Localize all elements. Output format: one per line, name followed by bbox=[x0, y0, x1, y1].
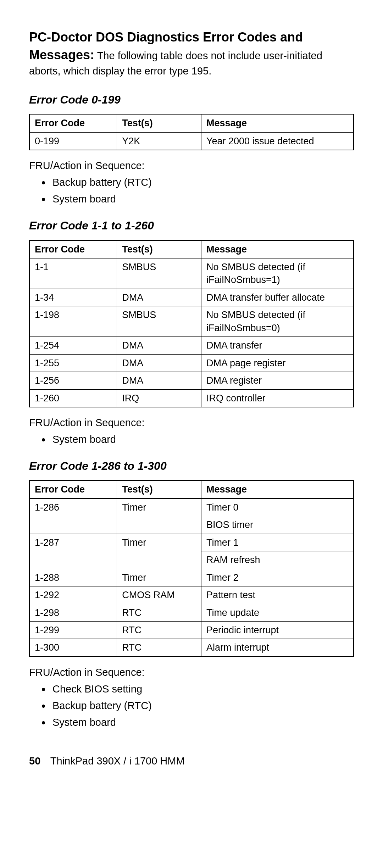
table-row: 1-256DMADMA register bbox=[29, 372, 354, 389]
th-code: Error Code bbox=[29, 114, 117, 132]
subheading-1-1: Error Code 1-1 to 1-260 bbox=[29, 218, 354, 233]
intro-block: PC-Doctor DOS Diagnostics Error Codes an… bbox=[29, 28, 354, 78]
table-0-199: Error Code Test(s) Message 0-199 Y2K Yea… bbox=[29, 114, 354, 150]
table-1-1: Error Code Test(s) Message 1-1SMBUSNo SM… bbox=[29, 240, 354, 407]
table-row: 1-300RTCAlarm interrupt bbox=[29, 639, 354, 657]
fru-label: FRU/Action in Sequence: bbox=[29, 666, 354, 679]
table-row: 1-34DMADMA transfer buffer allocate bbox=[29, 289, 354, 306]
th-tests: Test(s) bbox=[117, 114, 201, 132]
th-code: Error Code bbox=[29, 480, 117, 498]
list-item: System board bbox=[50, 192, 354, 206]
th-message: Message bbox=[201, 480, 354, 498]
table-row: 1-298RTCTime update bbox=[29, 604, 354, 621]
table-1-286: Error Code Test(s) Message 1-286 Timer T… bbox=[29, 480, 354, 657]
th-tests: Test(s) bbox=[117, 480, 201, 498]
table-row: 1-288TimerTimer 2 bbox=[29, 569, 354, 586]
list-item: Backup battery (RTC) bbox=[50, 699, 354, 713]
action-list: System board bbox=[29, 433, 354, 446]
list-item: Backup battery (RTC) bbox=[50, 176, 354, 189]
list-item: System board bbox=[50, 716, 354, 729]
page-number: 50 bbox=[29, 755, 40, 767]
list-item: Check BIOS setting bbox=[50, 682, 354, 696]
table-row: 1-254DMADMA transfer bbox=[29, 337, 354, 354]
table-row: 1-287 Timer Timer 1 bbox=[29, 534, 354, 551]
footer-title: ThinkPad 390X / i 1700 HMM bbox=[50, 755, 185, 767]
subheading-1-286: Error Code 1-286 to 1-300 bbox=[29, 458, 354, 474]
th-message: Message bbox=[201, 114, 354, 132]
table-row: 1-292CMOS RAMPattern test bbox=[29, 586, 354, 604]
action-list: Check BIOS setting Backup battery (RTC) … bbox=[29, 682, 354, 729]
table-row: 1-286 Timer Timer 0 bbox=[29, 499, 354, 516]
th-code: Error Code bbox=[29, 240, 117, 258]
table-row: 0-199 Y2K Year 2000 issue detected bbox=[29, 132, 354, 150]
table-row: 1-198SMBUSNo SMBUS detected (if iFailNoS… bbox=[29, 306, 354, 337]
table-row: 1-255DMADMA page register bbox=[29, 354, 354, 372]
table-row: 1-260IRQIRQ controller bbox=[29, 389, 354, 407]
fru-label: FRU/Action in Sequence: bbox=[29, 159, 354, 173]
subheading-0-199: Error Code 0-199 bbox=[29, 92, 354, 107]
footer: 50 ThinkPad 390X / i 1700 HMM bbox=[29, 754, 354, 768]
th-message: Message bbox=[201, 240, 354, 258]
table-row: 1-1SMBUSNo SMBUS detected (if iFailNoSmb… bbox=[29, 258, 354, 289]
table-row: 1-299RTCPeriodic interrupt bbox=[29, 621, 354, 639]
th-tests: Test(s) bbox=[117, 240, 201, 258]
action-list: Backup battery (RTC) System board bbox=[29, 176, 354, 206]
fru-label: FRU/Action in Sequence: bbox=[29, 416, 354, 430]
list-item: System board bbox=[50, 433, 354, 446]
